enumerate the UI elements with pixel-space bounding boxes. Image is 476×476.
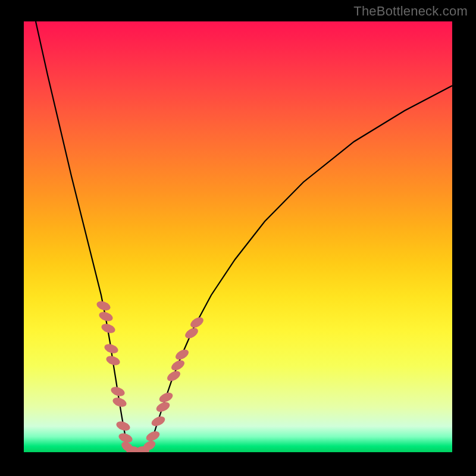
bottleneck-curve bbox=[24, 21, 452, 452]
marker-dot bbox=[165, 369, 182, 383]
chart-frame: TheBottleneck.com bbox=[0, 0, 476, 476]
marker-dot bbox=[145, 430, 161, 443]
marker-dot bbox=[174, 347, 190, 362]
marker-dot bbox=[183, 326, 200, 341]
marker-dot bbox=[170, 358, 186, 372]
attribution-label: TheBottleneck.com bbox=[353, 4, 468, 19]
plot-area bbox=[24, 21, 452, 452]
curve-right-branch bbox=[148, 86, 452, 449]
curve-left-branch bbox=[36, 21, 129, 449]
marker-dot bbox=[150, 415, 167, 428]
marker-dot bbox=[189, 315, 205, 330]
marker-dots bbox=[95, 299, 205, 452]
